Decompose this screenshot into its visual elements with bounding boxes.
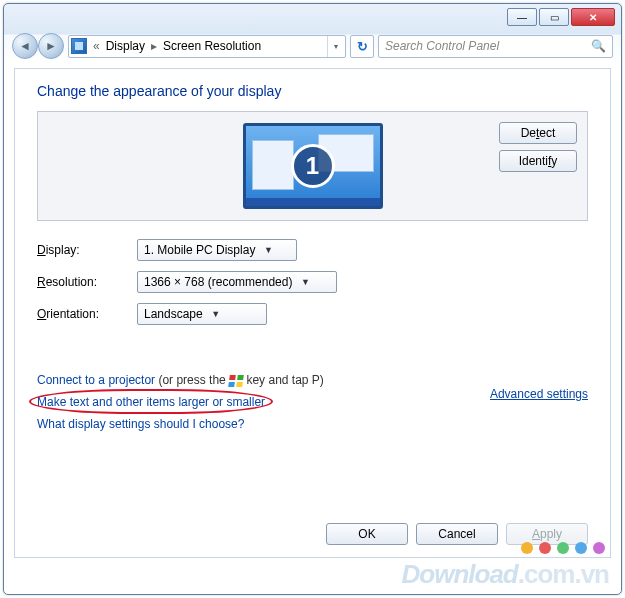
- control-panel-icon: [71, 38, 87, 54]
- resolution-combo[interactable]: 1366 × 768 (recommended) ▼: [137, 271, 337, 293]
- display-combo[interactable]: 1. Mobile PC Display ▼: [137, 239, 297, 261]
- which-settings-link[interactable]: What display settings should I choose?: [37, 417, 244, 431]
- page-title: Change the appearance of your display: [37, 83, 588, 99]
- resolution-combo-value: 1366 × 768 (recommended): [144, 275, 292, 289]
- ok-button[interactable]: OK: [326, 523, 408, 545]
- forward-button[interactable]: ►: [38, 33, 64, 59]
- refresh-button[interactable]: ↻: [350, 35, 374, 58]
- breadcrumb-sep-icon: ▸: [149, 39, 159, 53]
- detect-button[interactable]: Detect: [499, 122, 577, 144]
- display-label: Display:: [37, 243, 137, 257]
- chevron-down-icon: ▼: [261, 245, 275, 255]
- orientation-combo[interactable]: Landscape ▼: [137, 303, 267, 325]
- forward-icon: ►: [45, 39, 57, 53]
- orientation-label: Orientation:: [37, 307, 137, 321]
- monitor-number-badge: 1: [291, 144, 335, 188]
- display-combo-value: 1. Mobile PC Display: [144, 243, 255, 257]
- search-placeholder: Search Control Panel: [385, 39, 499, 53]
- minimize-icon: —: [517, 12, 527, 23]
- history-chevron-icon: «: [91, 39, 102, 53]
- watermark-dots: [521, 542, 605, 554]
- search-input[interactable]: Search Control Panel 🔍: [378, 35, 613, 58]
- chevron-down-icon: ▼: [209, 309, 223, 319]
- orientation-combo-value: Landscape: [144, 307, 203, 321]
- projector-hint-post: key and tap P): [243, 373, 324, 387]
- back-icon: ◄: [19, 39, 31, 53]
- advanced-settings-link[interactable]: Advanced settings: [490, 387, 588, 401]
- chevron-down-icon: ▼: [298, 277, 312, 287]
- projector-hint-pre: (or press the: [155, 373, 229, 387]
- minimize-button[interactable]: —: [507, 8, 537, 26]
- identify-button[interactable]: Identify: [499, 150, 577, 172]
- maximize-button[interactable]: ▭: [539, 8, 569, 26]
- display-preview: 1 Detect Identify: [37, 111, 588, 221]
- address-bar[interactable]: « Display ▸ Screen Resolution ▾: [68, 35, 346, 58]
- search-icon: 🔍: [591, 39, 606, 53]
- maximize-icon: ▭: [550, 12, 559, 23]
- breadcrumb-display[interactable]: Display: [106, 39, 145, 53]
- windows-key-icon: [228, 375, 244, 387]
- cancel-button[interactable]: Cancel: [416, 523, 498, 545]
- text-size-link[interactable]: Make text and other items larger or smal…: [37, 395, 265, 409]
- monitor-thumbnail[interactable]: 1: [243, 123, 383, 209]
- refresh-icon: ↻: [357, 39, 368, 54]
- close-button[interactable]: ✕: [571, 8, 615, 26]
- address-dropdown-icon[interactable]: ▾: [327, 36, 343, 57]
- close-icon: ✕: [589, 12, 597, 23]
- connect-projector-link[interactable]: Connect to a projector: [37, 373, 155, 387]
- back-button[interactable]: ◄: [12, 33, 38, 59]
- breadcrumb-screen-resolution[interactable]: Screen Resolution: [163, 39, 261, 53]
- resolution-label: Resolution:: [37, 275, 137, 289]
